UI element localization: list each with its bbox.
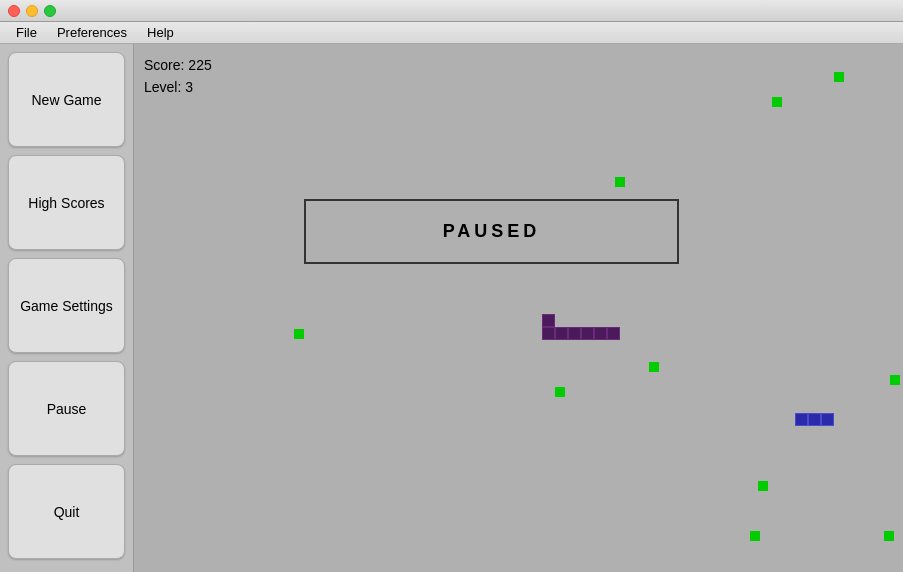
level-text: Level: 3 <box>144 76 212 98</box>
tetris-block-purple <box>555 327 568 340</box>
tetris-block-blue <box>808 413 821 426</box>
tetris-block-blue <box>795 413 808 426</box>
high-scores-button[interactable]: High Scores <box>8 155 125 250</box>
app-body: New Game High Scores Game Settings Pause… <box>0 44 903 572</box>
score-display: Score: 225 Level: 3 <box>144 54 212 99</box>
menu-bar: File Preferences Help <box>0 22 903 44</box>
minimize-button[interactable] <box>26 5 38 17</box>
tetris-block-purple <box>607 327 620 340</box>
green-dot <box>294 329 304 339</box>
paused-label: PAUSED <box>443 221 541 242</box>
quit-button[interactable]: Quit <box>8 464 125 559</box>
sidebar: New Game High Scores Game Settings Pause… <box>0 44 134 572</box>
green-dot <box>758 481 768 491</box>
green-dot <box>834 72 844 82</box>
green-dot <box>890 375 900 385</box>
menu-preferences[interactable]: Preferences <box>49 23 135 42</box>
menu-help[interactable]: Help <box>139 23 182 42</box>
green-dot <box>649 362 659 372</box>
new-game-button[interactable]: New Game <box>8 52 125 147</box>
green-dot <box>884 531 894 541</box>
tetris-block-purple <box>542 314 555 327</box>
close-button[interactable] <box>8 5 20 17</box>
green-dot <box>555 387 565 397</box>
title-bar <box>0 0 903 22</box>
maximize-button[interactable] <box>44 5 56 17</box>
tetris-block-purple <box>542 327 555 340</box>
green-dot <box>772 97 782 107</box>
tetris-block-purple <box>581 327 594 340</box>
tetris-block-blue <box>821 413 834 426</box>
game-settings-button[interactable]: Game Settings <box>8 258 125 353</box>
game-area: Score: 225 Level: 3 PAUSED <box>134 44 903 572</box>
tetris-block-purple <box>568 327 581 340</box>
paused-box: PAUSED <box>304 199 679 264</box>
pause-button[interactable]: Pause <box>8 361 125 456</box>
green-dot <box>750 531 760 541</box>
tetris-block-purple <box>594 327 607 340</box>
menu-file[interactable]: File <box>8 23 45 42</box>
green-dot <box>615 177 625 187</box>
score-text: Score: 225 <box>144 54 212 76</box>
